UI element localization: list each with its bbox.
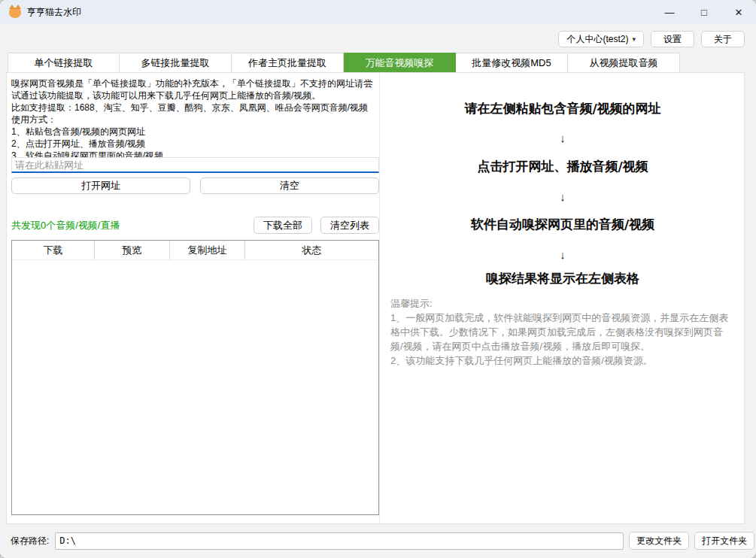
account-label: 个人中心(test2) <box>566 33 628 46</box>
sniffer-instructions-panel: 请在左侧粘贴包含音频/视频的网址 ↓ 点击打开网址、播放音频/视频 ↓ 软件自动… <box>380 73 745 523</box>
table-header-preview: 预览 <box>95 241 170 259</box>
app-window: 亨亨猫去水印 — □ ✕ 个人中心(test2) ▾ 设置 关于 单个链接提取 … <box>0 0 756 558</box>
description-line: 使用方式： <box>11 114 377 126</box>
list-action-buttons: 下载全部 清空列表 <box>254 217 379 234</box>
tab-extract-audio[interactable]: 从视频提取音频 <box>568 53 680 73</box>
table-header-copy-url: 复制地址 <box>170 241 245 259</box>
sniffer-left-panel: 嗅探网页音视频是「单个链接提取」功能的补充版本，「单个链接提取」不支持的网址请尝… <box>7 73 379 523</box>
tips-title: 温馨提示: <box>390 296 735 311</box>
window-title: 亨亨猫去水印 <box>27 6 81 19</box>
tab-bar: 单个链接提取 多链接批量提取 作者主页批量提取 万能音视频嗅探 批量修改视频MD… <box>8 53 680 73</box>
table-body-empty <box>12 260 378 514</box>
description-line: 2、点击打开网址、播放音频/视频 <box>11 138 377 150</box>
instruction-step: 点击打开网址、播放音频/视频 <box>380 158 745 175</box>
instruction-step: 软件自动嗅探网页里的音频/视频 <box>380 216 745 233</box>
feature-description: 嗅探网页音视频是「单个链接提取」功能的补充版本，「单个链接提取」不支持的网址请尝… <box>11 77 377 162</box>
down-arrow-icon: ↓ <box>380 190 745 203</box>
description-line: 比如支持提取：1688、淘宝、知乎、豆瓣、酷狗、京东、凤凰网、唯品会等网页音频/… <box>11 102 377 114</box>
clear-url-button[interactable]: 清空 <box>200 177 379 194</box>
download-all-button[interactable]: 下载全部 <box>254 217 312 234</box>
url-action-row: 打开网址 清空 <box>11 177 379 194</box>
tab-multi-link-batch[interactable]: 多链接批量提取 <box>120 53 232 73</box>
account-dropdown[interactable]: 个人中心(test2) ▾ <box>558 31 644 47</box>
window-controls: — □ ✕ <box>652 0 756 24</box>
titlebar: 亨亨猫去水印 — □ ✕ <box>0 0 756 24</box>
table-header-status: 状态 <box>245 241 378 259</box>
tab-batch-md5[interactable]: 批量修改视频MD5 <box>456 53 568 73</box>
chevron-down-icon: ▾ <box>632 35 636 43</box>
save-path-input[interactable] <box>55 532 624 550</box>
save-path-label: 保存路径: <box>11 535 49 547</box>
main-panel: 嗅探网页音视频是「单个链接提取」功能的补充版本，「单个链接提取」不支持的网址请尝… <box>6 72 745 524</box>
down-arrow-icon: ↓ <box>380 248 745 261</box>
save-path-bar: 保存路径: 更改文件夹 打开文件夹 <box>0 531 756 550</box>
down-arrow-icon: ↓ <box>380 132 745 144</box>
tab-author-page-batch[interactable]: 作者主页批量提取 <box>232 53 344 73</box>
url-input[interactable] <box>11 157 379 173</box>
open-url-button[interactable]: 打开网址 <box>11 177 190 194</box>
sniff-result-table: 下载 预览 复制地址 状态 <box>11 240 379 515</box>
table-header-row: 下载 预览 复制地址 状态 <box>12 241 378 260</box>
clear-list-button[interactable]: 清空列表 <box>320 217 379 234</box>
table-header-download: 下载 <box>12 241 95 259</box>
found-count-status: 共发现0个音频/视频/直播 <box>11 219 120 232</box>
maximize-button[interactable]: □ <box>687 0 721 24</box>
tab-universal-sniffer[interactable]: 万能音视频嗅探 <box>344 53 456 73</box>
about-button[interactable]: 关于 <box>701 31 745 47</box>
instruction-step: 嗅探结果将显示在左侧表格 <box>380 270 745 287</box>
tip-item: 1、一般网页加载完成，软件就能嗅探到网页中的音视频资源，并显示在左侧表格中供下载… <box>390 311 735 353</box>
open-folder-button[interactable]: 打开文件夹 <box>694 532 754 550</box>
quickbar: 个人中心(test2) ▾ 设置 关于 <box>558 31 745 47</box>
close-button[interactable]: ✕ <box>721 0 756 24</box>
tip-item: 2、该功能支持下载几乎任何网页上能播放的音频/视频资源。 <box>390 353 735 368</box>
minimize-button[interactable]: — <box>652 0 687 24</box>
settings-button[interactable]: 设置 <box>651 31 694 47</box>
tab-single-link-extract[interactable]: 单个链接提取 <box>8 53 120 73</box>
instruction-step: 请在左侧粘贴包含音频/视频的网址 <box>380 100 745 117</box>
app-cat-icon <box>9 8 21 18</box>
description-line: 1、粘贴包含音频/视频的网页网址 <box>11 126 377 138</box>
tips-block: 温馨提示: 1、一般网页加载完成，软件就能嗅探到网页中的音视频资源，并显示在左侧… <box>390 296 735 368</box>
status-row: 共发现0个音频/视频/直播 下载全部 清空列表 <box>11 217 379 234</box>
change-folder-button[interactable]: 更改文件夹 <box>629 532 689 550</box>
description-line: 嗅探网页音视频是「单个链接提取」功能的补充版本，「单个链接提取」不支持的网址请尝… <box>11 77 377 102</box>
